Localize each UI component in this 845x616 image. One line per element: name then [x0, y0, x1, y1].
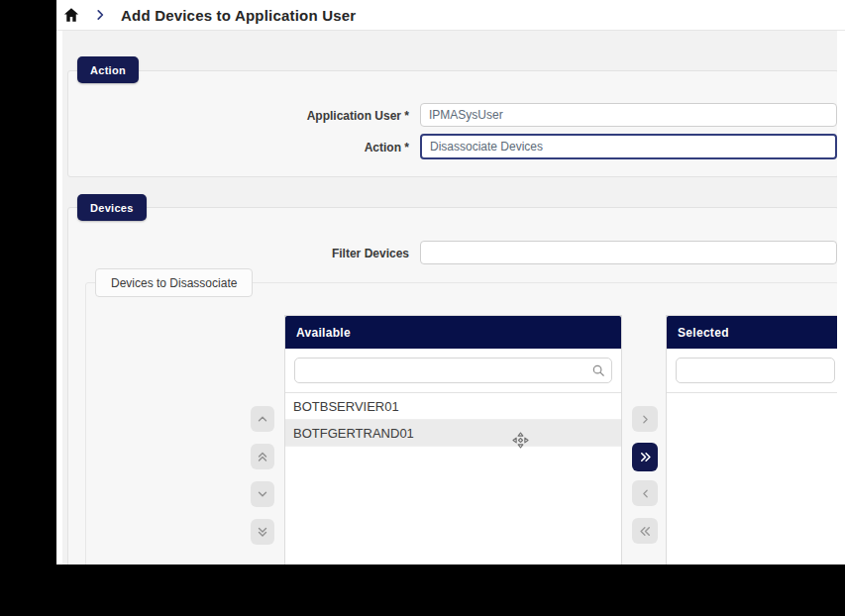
devices-to-disassociate-legend: Devices to Disassociate: [95, 268, 253, 297]
devices-section-badge: Devices: [77, 194, 147, 221]
double-chevron-down-icon: [256, 525, 269, 539]
selected-search-input[interactable]: [676, 358, 835, 383]
move-all-left-button[interactable]: [632, 518, 658, 544]
screen: Add Devices to Application User Action A…: [0, 0, 845, 616]
selected-panel-header: Selected: [667, 316, 844, 349]
home-icon[interactable]: [61, 5, 81, 25]
application-user-label: Application User *: [156, 109, 409, 123]
double-chevron-up-icon: [256, 450, 269, 463]
selected-device-list: [667, 392, 844, 393]
list-item[interactable]: BOTBSERVIER01: [285, 393, 621, 420]
right-edge-strip: [837, 0, 845, 565]
filter-devices-label: Filter Devices: [156, 247, 409, 260]
move-down-button[interactable]: [251, 481, 274, 507]
move-left-button[interactable]: [632, 480, 658, 506]
available-search-input[interactable]: [294, 358, 612, 383]
double-chevron-right-icon: [638, 450, 653, 464]
move-up-button[interactable]: [251, 406, 274, 432]
filter-devices-field[interactable]: [420, 241, 837, 264]
left-edge-strip: [56, 0, 62, 565]
list-item[interactable]: BOTFGERTRAND01: [285, 420, 621, 447]
available-device-list: BOTBSERVIER01 BOTFGERTRAND01: [285, 392, 621, 447]
chevron-right-icon: [639, 413, 652, 426]
selected-panel: Selected: [666, 315, 845, 565]
action-field[interactable]: [420, 134, 837, 159]
double-chevron-left-icon: [638, 524, 653, 539]
app-window: Add Devices to Application User Action A…: [56, 0, 845, 565]
chevron-left-icon: [639, 487, 652, 500]
move-right-button[interactable]: [632, 406, 658, 432]
move-top-button[interactable]: [251, 444, 274, 469]
available-panel: Available BOTBSERVIER01 BOTFGERTRAND01: [284, 315, 622, 565]
move-all-right-button[interactable]: [632, 443, 658, 471]
action-label: Action *: [156, 141, 409, 154]
move-icon: [511, 431, 530, 450]
breadcrumb: Add Devices to Application User: [56, 0, 845, 31]
application-user-field[interactable]: [420, 103, 837, 127]
chevron-up-icon: [256, 412, 269, 426]
chevron-right-icon: [93, 8, 107, 22]
page-title: Add Devices to Application User: [121, 7, 356, 24]
chevron-down-icon: [256, 487, 269, 501]
move-bottom-button[interactable]: [251, 519, 274, 545]
available-panel-header: Available: [285, 316, 621, 349]
action-section-badge: Action: [77, 56, 139, 83]
